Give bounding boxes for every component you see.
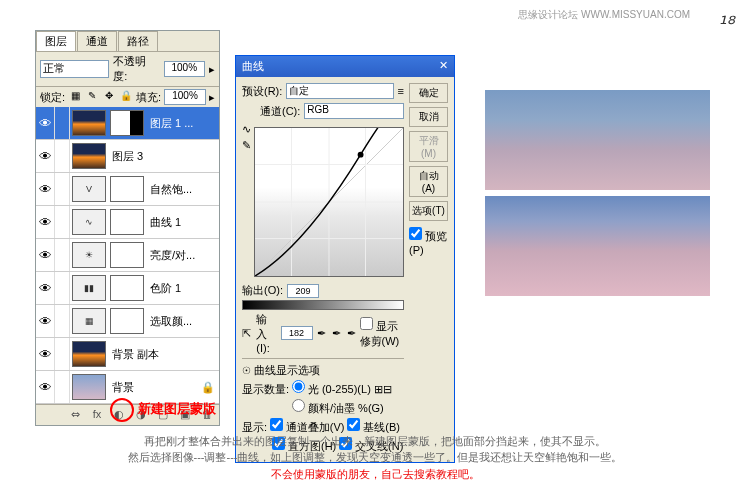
preset-label: 预设(R):: [242, 84, 282, 99]
light-radio[interactable]: 光 (0-255)(L): [292, 383, 371, 395]
lock-brush-icon[interactable]: ✎: [85, 90, 99, 104]
layer-thumb: [72, 110, 106, 136]
curve-tool-icon[interactable]: ∿: [242, 123, 251, 136]
instructions: 再把刚才整体合并出来的图层复制一个出来，新建图层蒙版，把地面部分挡起来，使其不显…: [0, 433, 750, 483]
smooth-button[interactable]: 平滑(M): [409, 131, 448, 162]
fill-arrow-icon[interactable]: ▸: [209, 91, 215, 104]
display-amount-label: 显示数量:: [242, 383, 289, 395]
layer-row[interactable]: 👁☀亮度/对...: [36, 239, 219, 272]
lock-all-icon[interactable]: 🔒: [119, 90, 133, 104]
add-mask-icon[interactable]: ◐: [111, 408, 127, 422]
visibility-icon[interactable]: 👁: [36, 248, 54, 263]
visibility-icon[interactable]: 👁: [36, 215, 54, 230]
gray-eyedropper-icon[interactable]: ✒: [332, 327, 341, 340]
lock-icon: 🔒: [201, 381, 215, 394]
input-input[interactable]: [281, 326, 313, 340]
show-clipping-checkbox[interactable]: 显示修剪(W): [360, 317, 404, 349]
adjustment-thumb: ☀: [72, 242, 106, 268]
opacity-arrow-icon[interactable]: ▸: [209, 63, 215, 76]
sky-after: [485, 196, 710, 296]
panel-tabs: 图层 通道 路径: [36, 31, 219, 52]
input-label: 输入(I):: [256, 312, 276, 354]
mask-thumb: [110, 242, 144, 268]
tab-paths[interactable]: 路径: [118, 31, 158, 51]
output-input[interactable]: [287, 284, 319, 298]
instruction-line3: 不会使用蒙版的朋友，自己去搜索教程吧。: [0, 466, 750, 483]
visibility-icon[interactable]: 👁: [36, 281, 54, 296]
layer-row[interactable]: 👁图层 3: [36, 140, 219, 173]
link-col[interactable]: [54, 107, 70, 139]
display-options-header[interactable]: ☉ 曲线显示选项: [242, 363, 404, 378]
preview-checkbox[interactable]: 预览(P): [409, 227, 448, 256]
close-icon[interactable]: ✕: [439, 59, 448, 74]
lock-transparency-icon[interactable]: ▦: [68, 90, 82, 104]
baseline-checkbox[interactable]: 基线(B): [347, 421, 400, 433]
layer-name: 图层 1 ...: [146, 116, 219, 131]
layer-style-icon[interactable]: fx: [89, 408, 105, 422]
layers-panel: 图层 通道 路径 正常 不透明度: 100% ▸ 锁定: ▦ ✎ ✥ 🔒 填充:…: [35, 30, 220, 426]
visibility-icon[interactable]: 👁: [36, 347, 54, 362]
grid-small-icon[interactable]: ⊞: [374, 383, 383, 395]
link-col[interactable]: [54, 305, 70, 337]
mask-thumb: [110, 275, 144, 301]
visibility-icon[interactable]: 👁: [36, 182, 54, 197]
options-button[interactable]: 选项(T): [409, 201, 448, 221]
dialog-titlebar[interactable]: 曲线 ✕: [236, 56, 454, 77]
link-col[interactable]: [54, 140, 70, 172]
link-col[interactable]: [54, 371, 70, 403]
opacity-label: 不透明度:: [113, 54, 159, 84]
layer-name: 图层 3: [108, 149, 219, 164]
grid-large-icon[interactable]: ⊟: [383, 383, 392, 395]
link-col[interactable]: [54, 272, 70, 304]
white-eyedropper-icon[interactable]: ✒: [347, 327, 356, 340]
layer-row[interactable]: 👁背景 副本: [36, 338, 219, 371]
eyedropper-toggle-icon[interactable]: ⇱: [242, 327, 252, 340]
blend-mode-select[interactable]: 正常: [40, 60, 109, 78]
visibility-icon[interactable]: 👁: [36, 116, 54, 131]
opacity-input[interactable]: 100%: [164, 61, 205, 77]
preset-menu-icon[interactable]: ≡: [398, 85, 404, 97]
layer-name: 色阶 1: [146, 281, 219, 296]
pencil-tool-icon[interactable]: ✎: [242, 139, 251, 152]
link-col[interactable]: [54, 173, 70, 205]
dialog-title: 曲线: [242, 59, 264, 74]
curve-graph[interactable]: [254, 127, 404, 277]
channel-label: 通道(C):: [260, 104, 300, 119]
tab-layers[interactable]: 图层: [36, 31, 76, 51]
channel-overlay-checkbox[interactable]: 通道叠加(V): [270, 421, 345, 433]
adjustment-thumb: ∿: [72, 209, 106, 235]
layer-row[interactable]: 👁V自然饱...: [36, 173, 219, 206]
mask-thumb: [110, 308, 144, 334]
link-layers-icon[interactable]: ⇔: [67, 408, 83, 422]
instruction-line1: 再把刚才整体合并出来的图层复制一个出来，新建图层蒙版，把地面部分挡起来，使其不显…: [0, 433, 750, 450]
layer-name: 自然饱...: [146, 182, 219, 197]
sky-before: [485, 90, 710, 190]
output-label: 输出(O):: [242, 283, 283, 298]
lock-move-icon[interactable]: ✥: [102, 90, 116, 104]
visibility-icon[interactable]: 👁: [36, 314, 54, 329]
layer-thumb: [72, 341, 106, 367]
link-col[interactable]: [54, 338, 70, 370]
tab-channels[interactable]: 通道: [77, 31, 117, 51]
watermark: 思缘设计论坛 WWW.MISSYUAN.COM: [518, 8, 690, 22]
adjustment-thumb: ▮▮: [72, 275, 106, 301]
channel-select[interactable]: RGB: [304, 103, 404, 119]
layer-row[interactable]: 👁图层 1 ...: [36, 107, 219, 140]
layer-thumb: [72, 143, 106, 169]
pigment-radio[interactable]: 颜料/油墨 %(G): [292, 402, 384, 414]
layer-row[interactable]: 👁▦选取颜...: [36, 305, 219, 338]
curves-dialog: 曲线 ✕ 预设(R): 自定 ≡ 通道(C): RGB ∿ ✎: [235, 55, 455, 463]
visibility-icon[interactable]: 👁: [36, 380, 54, 395]
fill-input[interactable]: 100%: [164, 89, 206, 105]
layer-row[interactable]: 👁∿曲线 1: [36, 206, 219, 239]
auto-button[interactable]: 自动(A): [409, 166, 448, 197]
link-col[interactable]: [54, 206, 70, 238]
cancel-button[interactable]: 取消: [409, 107, 448, 127]
ok-button[interactable]: 确定: [409, 83, 448, 103]
layer-list: 👁图层 1 ...👁图层 3👁V自然饱...👁∿曲线 1👁☀亮度/对...👁▮▮…: [36, 107, 219, 404]
layer-row[interactable]: 👁▮▮色阶 1: [36, 272, 219, 305]
visibility-icon[interactable]: 👁: [36, 149, 54, 164]
link-col[interactable]: [54, 239, 70, 271]
preset-select[interactable]: 自定: [286, 83, 393, 99]
black-eyedropper-icon[interactable]: ✒: [317, 327, 326, 340]
